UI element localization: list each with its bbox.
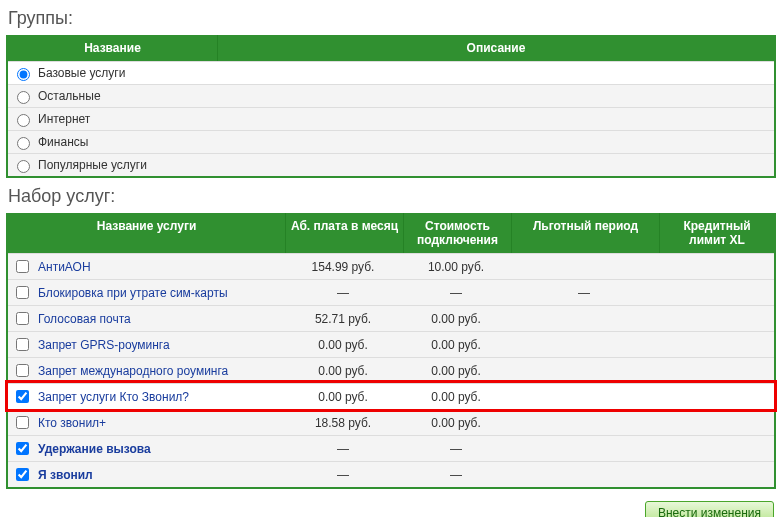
service-checkbox[interactable] — [16, 468, 29, 481]
service-fee: 18.58 руб. — [284, 416, 402, 430]
service-conn: 0.00 руб. — [402, 338, 510, 352]
group-row: Остальные — [8, 84, 774, 107]
service-link[interactable]: Голосовая почта — [38, 312, 131, 326]
service-row: Запрет GPRS-роуминга0.00 руб.0.00 руб. — [8, 331, 774, 357]
service-row: Голосовая почта52.71 руб.0.00 руб. — [8, 305, 774, 331]
service-checkbox[interactable] — [16, 416, 29, 429]
service-row: Запрет международного роуминга0.00 руб.0… — [8, 357, 774, 383]
service-fee: 52.71 руб. — [284, 312, 402, 326]
actions-bar: Внести изменения — [6, 497, 776, 517]
service-link[interactable]: Запрет международного роуминга — [38, 364, 228, 378]
services-col-name: Название услуги — [8, 213, 286, 253]
groups-header: Название Описание — [8, 35, 774, 61]
service-conn: — — [402, 468, 510, 482]
group-radio[interactable] — [17, 91, 30, 104]
service-conn: 0.00 руб. — [402, 364, 510, 378]
group-row: Финансы — [8, 130, 774, 153]
service-link[interactable]: Блокировка при утрате сим-карты — [38, 286, 228, 300]
service-fee: — — [284, 468, 402, 482]
groups-panel: Название Описание Базовые услугиОстальны… — [6, 35, 776, 178]
service-row: АнтиАОН154.99 руб.10.00 руб. — [8, 253, 774, 279]
submit-button[interactable]: Внести изменения — [645, 501, 774, 517]
group-label: Интернет — [38, 112, 90, 126]
service-row: Блокировка при утрате сим-карты——— — [8, 279, 774, 305]
service-link[interactable]: Запрет услуги Кто Звонил? — [38, 390, 189, 404]
groups-title: Группы: — [8, 8, 776, 29]
service-checkbox[interactable] — [16, 364, 29, 377]
service-fee: 154.99 руб. — [284, 260, 402, 274]
services-header: Название услуги Аб. плата в месяц Стоимо… — [8, 213, 774, 253]
group-radio[interactable] — [17, 114, 30, 127]
service-grace: — — [510, 286, 658, 300]
service-conn: 0.00 руб. — [402, 312, 510, 326]
group-label: Финансы — [38, 135, 88, 149]
group-label: Остальные — [38, 89, 101, 103]
service-fee: — — [284, 286, 402, 300]
services-col-credit: Кредитный лимит XL — [660, 213, 774, 253]
service-fee: — — [284, 442, 402, 456]
group-radio[interactable] — [17, 68, 30, 81]
service-fee: 0.00 руб. — [284, 364, 402, 378]
service-checkbox[interactable] — [16, 286, 29, 299]
service-fee: 0.00 руб. — [284, 338, 402, 352]
service-checkbox[interactable] — [16, 312, 29, 325]
service-link[interactable]: АнтиАОН — [38, 260, 91, 274]
service-link[interactable]: Кто звонил+ — [38, 416, 106, 430]
service-checkbox[interactable] — [16, 390, 29, 403]
service-checkbox[interactable] — [16, 260, 29, 273]
services-panel: Название услуги Аб. плата в месяц Стоимо… — [6, 213, 776, 489]
group-label: Базовые услуги — [38, 66, 125, 80]
services-title: Набор услуг: — [8, 186, 776, 207]
service-conn: 0.00 руб. — [402, 390, 510, 404]
service-conn: — — [402, 442, 510, 456]
groups-col-name: Название — [8, 35, 218, 61]
services-col-conn: Стоимость подключения — [404, 213, 512, 253]
group-row: Популярные услуги — [8, 153, 774, 176]
service-fee: 0.00 руб. — [284, 390, 402, 404]
service-row: Кто звонил+18.58 руб.0.00 руб. — [8, 409, 774, 435]
service-row: Удержание вызова—— — [8, 435, 774, 461]
service-conn: 10.00 руб. — [402, 260, 510, 274]
service-link[interactable]: Я звонил — [38, 468, 93, 482]
service-checkbox[interactable] — [16, 442, 29, 455]
service-link[interactable]: Удержание вызова — [38, 442, 151, 456]
service-link[interactable]: Запрет GPRS-роуминга — [38, 338, 170, 352]
groups-col-desc: Описание — [218, 35, 774, 61]
services-col-grace: Льготный период — [512, 213, 660, 253]
services-col-fee: Аб. плата в месяц — [286, 213, 404, 253]
group-label: Популярные услуги — [38, 158, 147, 172]
group-row: Интернет — [8, 107, 774, 130]
service-conn: 0.00 руб. — [402, 416, 510, 430]
service-checkbox[interactable] — [16, 338, 29, 351]
service-row: Я звонил—— — [8, 461, 774, 487]
group-radio[interactable] — [17, 137, 30, 150]
group-radio[interactable] — [17, 160, 30, 173]
service-conn: — — [402, 286, 510, 300]
service-row: Запрет услуги Кто Звонил?0.00 руб.0.00 р… — [8, 383, 774, 409]
group-row: Базовые услуги — [8, 61, 774, 84]
